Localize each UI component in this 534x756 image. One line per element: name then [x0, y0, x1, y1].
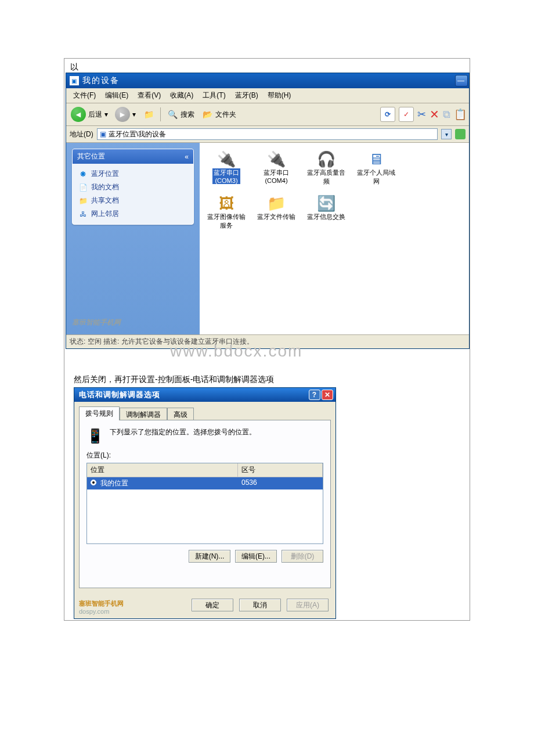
watermark-logo: 塞班智能手机网 — [72, 318, 194, 327]
document-icon: 📄 — [78, 183, 88, 192]
explorer-window: ▣ 我的设备 — 文件(F) 编辑(E) 查看(V) 收藏(A) 工具(T) 蓝… — [66, 73, 470, 349]
dialog-title: 电话和调制解调器选项 — [79, 390, 160, 400]
icon-bluetooth-image-transfer[interactable]: 🖼 蓝牙图像传输服务 — [203, 193, 250, 231]
forward-button[interactable]: ► ▾ — [113, 106, 138, 123]
bluetooth-icon: ❋ — [78, 170, 88, 179]
sidebar-item-label: 蓝牙位置 — [91, 169, 119, 179]
forward-dropdown-icon: ▾ — [132, 110, 136, 118]
network-computers-icon: 🖥 — [365, 150, 387, 168]
window-icon: ▣ — [70, 76, 79, 85]
other-places-panel: 其它位置 « ❋ 蓝牙位置 📄 我的文档 📁 — [72, 149, 194, 225]
icon-bluetooth-file-transfer[interactable]: 📁 蓝牙文件传输 — [253, 193, 300, 231]
exchange-icon: 🔄 — [315, 194, 337, 213]
col-area-code[interactable]: 区号 — [238, 463, 323, 477]
sidebar-item-shared-documents[interactable]: 📁 共享文档 — [77, 194, 189, 207]
headphones-icon: 🎧 — [315, 150, 337, 168]
brand-watermark: 塞班智能手机网 dospy.com — [79, 599, 124, 615]
brand-line2: dospy.com — [79, 608, 109, 615]
phone-icon: 📱 — [86, 427, 104, 445]
sidebar-item-bluetooth-location[interactable]: ❋ 蓝牙位置 — [77, 167, 189, 181]
menu-favorites[interactable]: 收藏(A) — [167, 89, 197, 102]
locations-list[interactable]: 位置 区号 我的位置 0536 — [86, 463, 323, 544]
icon-bluetooth-hq-audio[interactable]: 🎧 蓝牙高质量音频 — [303, 149, 349, 187]
icon-label: 蓝牙文件传输 — [257, 213, 295, 221]
serial-port-icon: 🔌 — [265, 150, 287, 168]
sidebar-item-my-documents[interactable]: 📄 我的文档 — [77, 181, 189, 194]
menu-help[interactable]: 帮助(H) — [264, 89, 295, 102]
address-icon: ▣ — [100, 130, 106, 138]
folders-label: 文件夹 — [215, 110, 236, 120]
folder-up-icon: 📁 — [143, 109, 154, 120]
icon-bluetooth-info-exchange[interactable]: 🔄 蓝牙信息交换 — [303, 193, 349, 231]
address-bar: 地址(D) ▣ 蓝牙位置\我的设备 ▾ — [66, 126, 469, 143]
menu-tools[interactable]: 工具(T) — [199, 89, 229, 102]
menu-view[interactable]: 查看(V) — [134, 89, 164, 102]
icon-grid: 🔌 蓝牙串口(COM3) 🔌 蓝牙串口(COM4) 🎧 蓝牙高质量音频 🖥 蓝牙… — [203, 149, 466, 231]
window-title: 我的设备 — [82, 75, 120, 86]
menu-bluetooth[interactable]: 蓝牙(B) — [232, 89, 262, 102]
col-location[interactable]: 位置 — [87, 463, 238, 477]
hint-row: 📱 下列显示了您指定的位置。选择您拨号的位置。 — [86, 427, 323, 445]
cut-button[interactable]: ✂ — [417, 108, 426, 121]
icon-sublabel: (COM3) — [215, 177, 237, 184]
paste-button[interactable]: 📋 — [454, 108, 467, 121]
window-body: 其它位置 « ❋ 蓝牙位置 📄 我的文档 📁 — [66, 143, 469, 334]
other-places-title: 其它位置 — [77, 152, 105, 161]
network-icon: 🖧 — [78, 210, 88, 219]
minimize-button[interactable]: — — [455, 75, 468, 87]
copy-button[interactable]: ⧉ — [443, 109, 450, 121]
list-header: 位置 区号 — [87, 463, 323, 477]
toolbar: ◄ 后退 ▾ ► ▾ 📁 🔍 搜索 📂 文件夹 ⟳ ✓ — [66, 103, 469, 126]
icon-label: 蓝牙串口 — [214, 169, 239, 176]
sidebar-item-label: 网上邻居 — [91, 209, 119, 219]
cancel-button[interactable]: 取消 — [239, 599, 281, 611]
toolbar-separator — [160, 107, 161, 121]
icon-label: 蓝牙串口 — [264, 169, 289, 176]
menu-bar: 文件(F) 编辑(E) 查看(V) 收藏(A) 工具(T) 蓝牙(B) 帮助(H… — [66, 88, 469, 103]
check-button[interactable]: ✓ — [399, 107, 414, 122]
menu-edit[interactable]: 编辑(E) — [102, 89, 132, 102]
location-row[interactable]: 我的位置 0536 — [87, 477, 323, 489]
page-container: 以 ▣ 我的设备 — 文件(F) 编辑(E) 查看(V) 收藏(A) 工具(T)… — [64, 58, 470, 621]
other-places-header[interactable]: 其它位置 « — [73, 149, 193, 164]
up-button[interactable]: 📁 — [140, 107, 157, 121]
back-label: 后退 — [88, 110, 102, 120]
dialog-titlebar[interactable]: 电话和调制解调器选项 ? ✕ — [74, 388, 335, 402]
dialog-help-button[interactable]: ? — [309, 390, 320, 400]
icon-label: 蓝牙图像传输服务 — [204, 213, 248, 230]
icon-sublabel: (COM4) — [265, 177, 287, 184]
icon-bluetooth-serial-com3[interactable]: 🔌 蓝牙串口(COM3) — [203, 149, 250, 187]
address-field[interactable]: ▣ 蓝牙位置\我的设备 — [97, 128, 438, 140]
serial-port-icon: 🔌 — [215, 150, 237, 168]
icon-label: 蓝牙个人局域网 — [354, 168, 398, 186]
refresh-button[interactable]: ⟳ — [380, 107, 395, 122]
dialog-close-button[interactable]: ✕ — [322, 390, 333, 400]
tab-dial-rules[interactable]: 拨号规则 — [79, 406, 120, 420]
new-button[interactable]: 新建(N)... — [189, 550, 230, 563]
icon-label: 蓝牙高质量音频 — [304, 168, 348, 186]
go-button[interactable] — [455, 129, 466, 139]
folders-icon: 📂 — [201, 109, 213, 120]
icon-bluetooth-pan[interactable]: 🖥 蓝牙个人局域网 — [353, 149, 399, 187]
shared-folder-icon: 📁 — [78, 196, 88, 206]
search-button[interactable]: 🔍 搜索 — [164, 107, 197, 121]
folders-button[interactable]: 📂 文件夹 — [199, 107, 239, 121]
content-pane[interactable]: 🔌 蓝牙串口(COM3) 🔌 蓝牙串口(COM4) 🎧 蓝牙高质量音频 🖥 蓝牙… — [200, 143, 469, 334]
menu-file[interactable]: 文件(F) — [70, 89, 99, 102]
sidebar-item-label: 共享文档 — [91, 196, 119, 206]
forward-arrow-icon: ► — [115, 107, 130, 122]
locations-label: 位置(L): — [86, 451, 323, 460]
sidebar-item-network-places[interactable]: 🖧 网上邻居 — [77, 207, 189, 221]
radio-icon — [91, 480, 96, 485]
address-dropdown[interactable]: ▾ — [441, 129, 452, 139]
delete-button[interactable]: ✕ — [430, 107, 439, 121]
apply-button: 应用(A) — [287, 599, 329, 611]
edit-button[interactable]: 编辑(E)... — [235, 550, 277, 563]
row-area-code: 0536 — [238, 477, 323, 489]
back-button[interactable]: ◄ 后退 ▾ — [68, 106, 110, 123]
ok-button[interactable]: 确定 — [192, 599, 233, 611]
collapse-icon: « — [185, 153, 189, 161]
dialog-body: 拨号规则 调制解调器 高级 📱 下列显示了您指定的位置。选择您拨号的位置。 位置… — [74, 402, 335, 593]
window-titlebar[interactable]: ▣ 我的设备 — — [66, 73, 469, 88]
icon-bluetooth-serial-com4[interactable]: 🔌 蓝牙串口(COM4) — [253, 149, 300, 187]
